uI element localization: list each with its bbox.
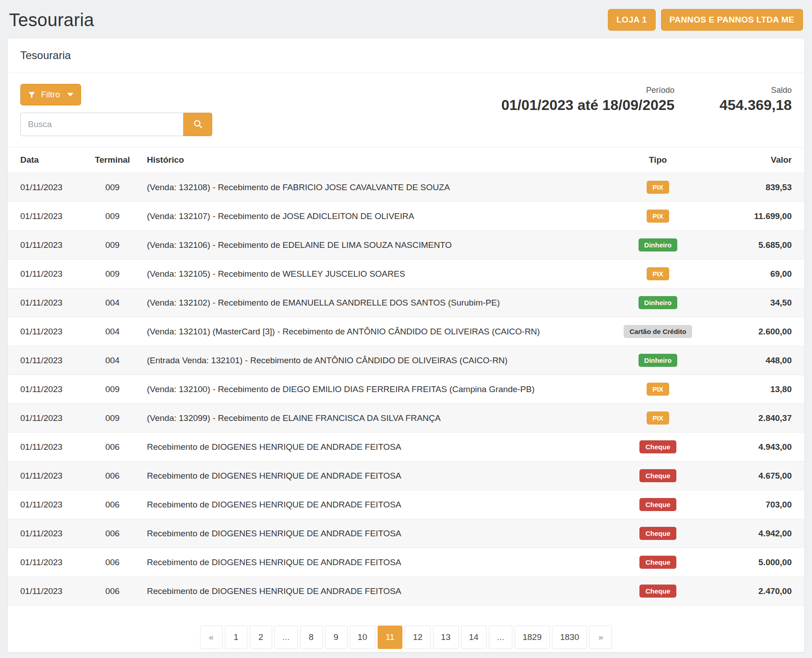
page-next-button[interactable]: » bbox=[589, 626, 612, 649]
search-icon bbox=[193, 119, 203, 130]
page-button-13[interactable]: 13 bbox=[433, 626, 459, 649]
tipo-badge: Cheque bbox=[639, 527, 676, 540]
filter-button[interactable]: Filtro bbox=[20, 84, 81, 105]
table-body: 01/11/2023 009 (Venda: 132108) - Recebim… bbox=[8, 173, 804, 606]
cell-terminal: 009 bbox=[84, 375, 141, 404]
cell-tipo: Cartão de Crédito bbox=[599, 317, 716, 346]
table-row: 01/11/2023 009 (Venda: 132107) - Recebim… bbox=[8, 202, 804, 231]
cell-valor: 4.675,00 bbox=[716, 462, 804, 490]
page-button-9[interactable]: 9 bbox=[325, 626, 347, 649]
table-row: 01/11/2023 006 Recebimento de DIOGENES H… bbox=[8, 577, 804, 606]
cell-data: 01/11/2023 bbox=[8, 173, 84, 202]
cell-historico: (Venda: 132105) - Recebimento de WESLLEY… bbox=[141, 260, 599, 288]
cell-data: 01/11/2023 bbox=[8, 433, 84, 462]
page-prev-button[interactable]: « bbox=[200, 626, 223, 649]
table-row: 01/11/2023 004 (Venda: 132102) - Recebim… bbox=[8, 288, 804, 317]
cell-terminal: 009 bbox=[84, 231, 141, 260]
page-button-8[interactable]: 8 bbox=[300, 626, 323, 649]
search-input[interactable] bbox=[20, 113, 183, 136]
cell-valor: 5.685,00 bbox=[716, 231, 804, 260]
cell-terminal: 009 bbox=[84, 202, 141, 231]
cell-tipo: Dinheiro bbox=[599, 231, 716, 260]
cell-historico: (Venda: 132108) - Recebimento de FABRICI… bbox=[141, 173, 599, 202]
search-button[interactable] bbox=[183, 113, 212, 136]
filter-search-group: Filtro bbox=[20, 84, 212, 136]
tipo-badge: Cheque bbox=[639, 469, 676, 482]
tipo-badge: Cartão de Crédito bbox=[624, 325, 692, 338]
page-button-1830[interactable]: 1830 bbox=[552, 626, 587, 649]
period-label: Período bbox=[502, 86, 675, 95]
cell-terminal: 009 bbox=[84, 260, 141, 288]
table-header-row: Data Terminal Histórico Tipo Valor bbox=[8, 147, 804, 173]
cell-historico: (Venda: 132106) - Recebimento de EDELAIN… bbox=[141, 231, 599, 260]
chevron-down-icon bbox=[67, 93, 73, 96]
column-header-valor: Valor bbox=[716, 147, 804, 173]
cell-tipo: Cheque bbox=[599, 519, 716, 548]
cell-data: 01/11/2023 bbox=[8, 548, 84, 577]
column-header-tipo: Tipo bbox=[599, 147, 716, 173]
table-row: 01/11/2023 006 Recebimento de DIOGENES H… bbox=[8, 519, 804, 548]
cell-terminal: 004 bbox=[84, 346, 141, 375]
cell-tipo: Cheque bbox=[599, 490, 716, 519]
tipo-badge: PIX bbox=[647, 383, 669, 396]
cell-tipo: PIX bbox=[599, 173, 716, 202]
cell-data: 01/11/2023 bbox=[8, 260, 84, 288]
cell-valor: 69,00 bbox=[716, 260, 804, 288]
period-stat: Período 01/01/2023 até 18/09/2025 bbox=[502, 86, 675, 114]
cell-data: 01/11/2023 bbox=[8, 346, 84, 375]
treasury-card: Tesouraria Filtro bbox=[7, 38, 805, 653]
cell-terminal: 006 bbox=[84, 462, 141, 490]
cell-terminal: 006 bbox=[84, 490, 141, 519]
cell-data: 01/11/2023 bbox=[8, 519, 84, 548]
tipo-badge: Dinheiro bbox=[639, 296, 678, 309]
tipo-badge: PIX bbox=[647, 210, 669, 223]
cell-historico: (Venda: 132102) - Recebimento de EMANUEL… bbox=[141, 288, 599, 317]
cell-valor: 703,00 bbox=[716, 490, 804, 519]
cell-valor: 4.942,00 bbox=[716, 519, 804, 548]
table-row: 01/11/2023 006 Recebimento de DIOGENES H… bbox=[8, 490, 804, 519]
cell-data: 01/11/2023 bbox=[8, 288, 84, 317]
cell-historico: Recebimento de DIOGENES HENRIQUE DE ANDR… bbox=[141, 577, 599, 606]
cell-historico: (Venda: 132107) - Recebimento de JOSE AD… bbox=[141, 202, 599, 231]
page-button-1829[interactable]: 1829 bbox=[515, 626, 550, 649]
cell-tipo: Dinheiro bbox=[599, 288, 716, 317]
cell-valor: 2.600,00 bbox=[716, 317, 804, 346]
page-button-10[interactable]: 10 bbox=[350, 626, 375, 649]
page-button-14[interactable]: 14 bbox=[461, 626, 487, 649]
tipo-badge: Dinheiro bbox=[639, 238, 678, 251]
cell-data: 01/11/2023 bbox=[8, 490, 84, 519]
cell-tipo: PIX bbox=[599, 260, 716, 288]
company-button[interactable]: PANNOS E PANNOS LTDA ME bbox=[661, 9, 803, 31]
page-button-1[interactable]: 1 bbox=[225, 626, 247, 649]
topbar-buttons: LOJA 1 PANNOS E PANNOS LTDA ME bbox=[608, 9, 803, 31]
tipo-badge: PIX bbox=[647, 181, 669, 194]
cell-historico: Recebimento de DIOGENES HENRIQUE DE ANDR… bbox=[141, 490, 599, 519]
table-row: 01/11/2023 009 (Venda: 132106) - Recebim… bbox=[8, 231, 804, 260]
cell-valor: 5.000,00 bbox=[716, 548, 804, 577]
page-ellipsis-button: ... bbox=[274, 626, 298, 649]
table-row: 01/11/2023 009 (Venda: 132105) - Recebim… bbox=[8, 260, 804, 288]
page-button-2[interactable]: 2 bbox=[250, 626, 272, 649]
cell-terminal: 004 bbox=[84, 288, 141, 317]
cell-data: 01/11/2023 bbox=[8, 404, 84, 433]
store-button[interactable]: LOJA 1 bbox=[608, 9, 656, 31]
cell-data: 01/11/2023 bbox=[8, 577, 84, 606]
table-row: 01/11/2023 009 (Venda: 132108) - Recebim… bbox=[8, 173, 804, 202]
cell-valor: 839,53 bbox=[716, 173, 804, 202]
cell-historico: Recebimento de DIOGENES HENRIQUE DE ANDR… bbox=[141, 462, 599, 490]
cell-historico: (Venda: 132100) - Recebimento de DIEGO E… bbox=[141, 375, 599, 404]
cell-data: 01/11/2023 bbox=[8, 375, 84, 404]
saldo-value: 454.369,18 bbox=[720, 97, 792, 114]
page-button-11[interactable]: 11 bbox=[378, 626, 403, 649]
page-button-12[interactable]: 12 bbox=[405, 626, 430, 649]
column-header-terminal: Terminal bbox=[84, 147, 141, 173]
cell-tipo: Cheque bbox=[599, 462, 716, 490]
cell-historico: Recebimento de DIOGENES HENRIQUE DE ANDR… bbox=[141, 548, 599, 577]
filter-label: Filtro bbox=[41, 90, 60, 100]
cell-terminal: 006 bbox=[84, 433, 141, 462]
cell-tipo: Cheque bbox=[599, 548, 716, 577]
cell-historico: Recebimento de DIOGENES HENRIQUE DE ANDR… bbox=[141, 519, 599, 548]
cell-terminal: 004 bbox=[84, 317, 141, 346]
cell-data: 01/11/2023 bbox=[8, 231, 84, 260]
cell-valor: 4.943,00 bbox=[716, 433, 804, 462]
